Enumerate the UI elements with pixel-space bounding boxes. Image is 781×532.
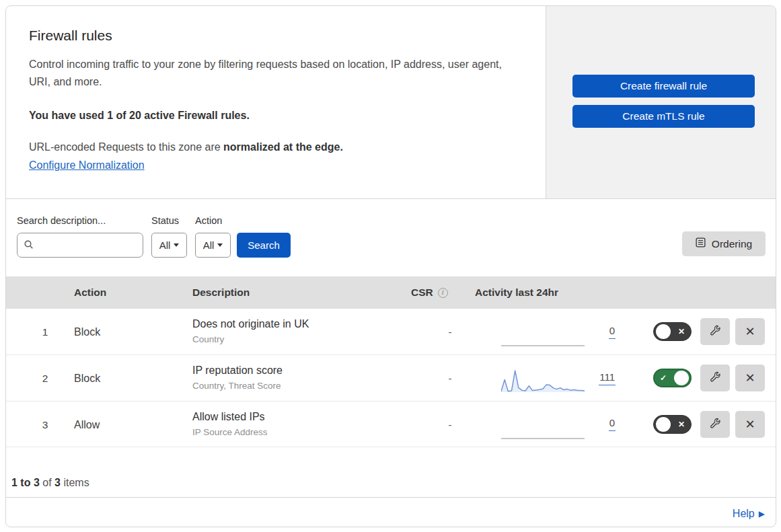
search-label: Search description... [17,215,106,226]
toggle-knob [656,324,671,339]
edit-rule-button[interactable] [700,365,730,391]
x-icon: ✕ [678,327,685,336]
check-icon: ✓ [660,373,667,383]
rule-csr-value: - [443,402,457,447]
rule-description-cell: Does not originate in UK Country [192,316,309,346]
configure-normalization-link[interactable]: Configure Normalization [29,159,145,172]
table-row: 1 Block Does not originate in UK Country… [6,309,776,355]
delete-rule-button[interactable]: ✕ [735,318,765,345]
rule-csr-value: - [443,355,457,401]
search-field-wrap [17,233,143,258]
firewall-rules-card: Create firewall rule Create mTLS rule Fi… [5,5,776,527]
pagination-total: 3 [54,477,61,488]
table-header-row: Action Description CSR i Activity last 2… [6,276,776,309]
rule-description[interactable]: IP reputation score [192,363,283,379]
wrench-icon [708,324,722,340]
table-row: 3 Allow Allow listed IPs IP Source Addre… [6,402,776,447]
create-firewall-rule-button[interactable]: Create firewall rule [572,75,755,98]
help-label: Help [733,508,755,520]
rule-enabled-toggle[interactable]: ✓ ✕ [653,322,692,341]
header-section: Create firewall rule Create mTLS rule Fi… [6,6,776,199]
wrench-icon [708,371,722,386]
status-dropdown[interactable]: All [151,233,187,258]
rule-priority: 3 [38,402,52,447]
arrow-right-icon: ▶ [759,509,765,519]
delete-icon: ✕ [745,371,755,385]
rule-description[interactable]: Allow listed IPs [192,409,268,425]
rule-priority: 2 [38,355,52,401]
rule-action: Block [74,309,100,354]
chevron-down-icon [217,243,223,247]
rule-description-cell: IP reputation score Country, Threat Scor… [192,363,283,393]
page-description: Control incoming traffic to your zone by… [29,56,511,91]
ordering-button[interactable]: Ordering [682,231,766,256]
x-icon: ✕ [678,420,685,429]
activity-sparkline [501,413,585,440]
pagination-of: of [42,477,51,488]
toggle-knob [674,371,689,385]
page-title: Firewall rules [29,28,112,44]
search-icon [24,239,34,253]
actions-panel: Create firewall rule Create mTLS rule [546,6,776,198]
delete-rule-button[interactable]: ✕ [735,365,765,391]
table-row: 2 Block IP reputation score Country, Thr… [6,355,776,402]
rule-enabled-toggle[interactable]: ✓ ✕ [653,415,692,434]
activity-count-cell: 111 [582,355,616,401]
activity-sparkline [501,367,585,393]
action-label: Action [195,215,222,226]
edit-rule-button[interactable] [700,318,730,345]
delete-rule-button[interactable]: ✕ [735,411,765,438]
create-mtls-rule-button[interactable]: Create mTLS rule [572,105,755,128]
ordering-button-label: Ordering [712,238,752,250]
info-icon[interactable]: i [438,288,448,298]
edit-rule-button[interactable] [700,411,730,438]
rule-action: Allow [74,402,100,447]
activity-count-link[interactable]: 111 [599,371,616,385]
wrench-icon [708,417,722,432]
column-header-action: Action [74,276,106,309]
rule-csr-value: - [443,309,457,354]
footer-divider [6,497,776,498]
action-value: All [203,239,215,251]
toggle-knob [656,417,671,432]
help-link[interactable]: Help ▶ [733,508,765,520]
normalization-prefix: URL-encoded Requests to this zone are [29,141,223,153]
rule-description-cell: Allow listed IPs IP Source Address [192,409,268,439]
list-icon [696,237,706,250]
activity-sparkline [501,320,585,347]
rule-description[interactable]: Does not originate in UK [192,316,309,332]
rule-enabled-toggle[interactable]: ✓ ✕ [653,369,692,387]
normalization-text: URL-encoded Requests to this zone are no… [29,141,343,153]
status-label: Status [151,215,179,226]
rule-fields: IP Source Address [192,425,268,439]
activity-count-link[interactable]: 0 [609,325,616,339]
search-input[interactable] [17,233,143,258]
pagination-items: items [63,477,89,488]
rule-fields: Country, Threat Score [192,379,283,393]
pagination-summary: 1 to 3 of 3 items [11,477,89,489]
delete-icon: ✕ [745,417,755,432]
usage-text: You have used 1 of 20 active Firewall ru… [29,110,250,122]
chevron-down-icon [174,243,179,247]
normalization-bold: normalized at the edge. [223,141,343,153]
activity-count-cell: 0 [582,309,616,354]
rule-action: Block [74,355,100,401]
csr-label: CSR [411,276,433,309]
column-header-csr: CSR i [411,276,448,309]
activity-count-cell: 0 [582,402,616,447]
activity-count-link[interactable]: 0 [609,417,616,431]
search-button[interactable]: Search [237,233,291,258]
column-header-description: Description [192,276,250,309]
action-dropdown[interactable]: All [195,233,231,258]
delete-icon: ✕ [745,324,755,339]
pagination-range: 1 to 3 [11,477,40,488]
column-header-activity: Activity last 24hr [475,276,558,309]
status-value: All [159,239,171,251]
rule-priority: 1 [38,309,52,354]
rule-fields: Country [192,332,309,346]
